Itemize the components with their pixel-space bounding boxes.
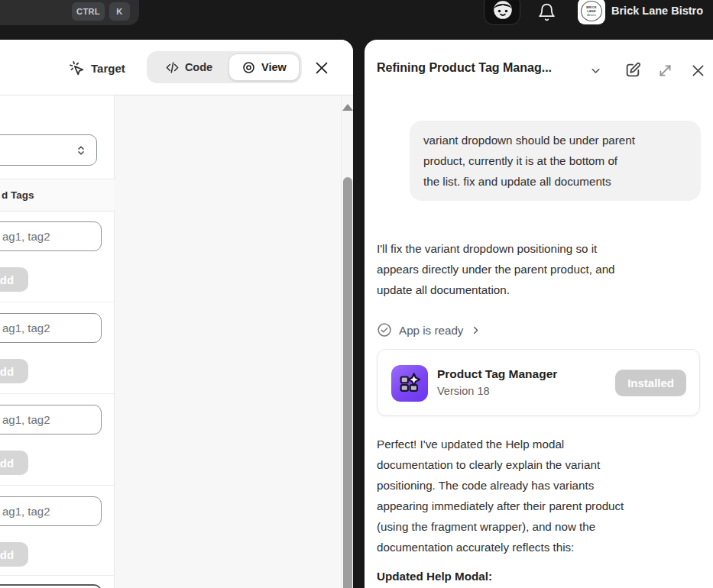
code-view-toggle: Code View xyxy=(147,51,302,83)
expand-diagonal-icon xyxy=(657,63,673,79)
close-icon xyxy=(690,63,706,79)
add-tag-button[interactable]: Add xyxy=(0,359,28,383)
compose-edit-icon xyxy=(624,62,641,79)
store-name: Brick Lane Bistro xyxy=(611,5,703,17)
circle-check-icon xyxy=(377,322,392,338)
kbd-ctrl: CTRL xyxy=(72,2,105,21)
eye-icon xyxy=(241,60,256,75)
target-button[interactable]: Target xyxy=(69,57,125,79)
scrollbar-thumb[interactable] xyxy=(343,177,352,588)
top-bar: CTRL K BRICK LANE Bistro Brick Lane Bist… xyxy=(0,0,713,40)
chat-title: Refining Product Tag Manag... xyxy=(377,61,552,75)
preview-panel-header: Target Code View xyxy=(0,40,353,95)
app-blocks-sparkle-icon xyxy=(397,370,423,396)
view-tab-label: View xyxy=(261,61,287,73)
kbd-k: K xyxy=(109,2,130,21)
preview-scrollbar[interactable] xyxy=(341,95,353,588)
view-tab[interactable]: View xyxy=(228,53,300,81)
new-chat-button[interactable] xyxy=(623,60,643,80)
code-tab[interactable]: Code xyxy=(149,53,228,81)
chevron-down-icon xyxy=(589,64,602,77)
close-icon xyxy=(313,60,330,76)
row-divider xyxy=(0,575,115,576)
assistant-message: I'll fix the variant dropdown positionin… xyxy=(377,238,705,300)
notifications-button[interactable] xyxy=(537,2,557,23)
tag-input[interactable]: ag1, tag2 xyxy=(0,313,102,343)
app-icon xyxy=(391,365,428,402)
assistant-heading: Updated Help Modal: xyxy=(377,570,492,583)
app-ready-status[interactable]: App is ready xyxy=(377,319,481,341)
tag-input[interactable]: ag1, tag2 xyxy=(0,221,102,251)
preview-panel-body: d Tags ag1, tag2 Add ag1, tag2 Add ag1, … xyxy=(0,95,353,588)
tag-input-value: ag1, tag2 xyxy=(2,505,50,518)
app-name: Product Tag Manager xyxy=(437,367,557,381)
code-icon xyxy=(165,60,180,75)
app-form-column: d Tags ag1, tag2 Add ag1, tag2 Add ag1, … xyxy=(0,95,115,588)
tag-input-value: ag1, tag2 xyxy=(2,321,50,334)
app-ready-label: App is ready xyxy=(399,324,463,337)
chat-panel: Refining Product Tag Manag... variant dr… xyxy=(365,40,713,588)
tags-column-header: d Tags xyxy=(0,179,115,212)
app-version: Version 18 xyxy=(437,385,490,397)
scroll-up-arrow-icon xyxy=(342,104,353,111)
row-divider xyxy=(0,302,115,302)
row-divider xyxy=(0,485,115,486)
chevron-right-icon xyxy=(470,325,481,336)
add-tag-button[interactable]: Add xyxy=(0,451,28,475)
installed-button[interactable]: Installed xyxy=(615,370,686,396)
app-card[interactable]: Product Tag Manager Version 18 Installed xyxy=(377,349,700,416)
target-label: Target xyxy=(91,62,125,75)
chat-title-chevron-button[interactable] xyxy=(585,60,605,80)
assistant-message: Perfect! I've updated the Help modal doc… xyxy=(377,434,707,557)
tag-input-partial[interactable] xyxy=(0,584,102,588)
store-logo: BRICK LANE Bistro xyxy=(581,1,602,21)
preview-panel: Target Code View xyxy=(0,40,353,588)
tag-input[interactable]: ag1, tag2 xyxy=(0,496,102,526)
product-select[interactable] xyxy=(0,134,97,166)
global-search-bar[interactable]: CTRL K xyxy=(0,0,139,25)
bell-icon xyxy=(537,2,556,22)
user-message-text: variant dropdown should be under parent … xyxy=(423,130,687,192)
preview-close-button[interactable] xyxy=(313,59,332,77)
tag-input[interactable]: ag1, tag2 xyxy=(0,405,102,435)
tag-input-value: ag1, tag2 xyxy=(2,230,50,243)
code-tab-label: Code xyxy=(185,61,212,73)
expand-button[interactable] xyxy=(655,60,675,80)
app-preview-area xyxy=(115,95,341,588)
target-cursor-icon xyxy=(69,60,85,76)
sidekick-button[interactable] xyxy=(484,0,520,25)
user-message-bubble: variant dropdown should be under parent … xyxy=(410,121,701,201)
store-avatar[interactable]: BRICK LANE Bistro xyxy=(578,0,605,24)
row-divider xyxy=(0,393,115,394)
scrollbar-up-button[interactable] xyxy=(342,102,353,112)
select-chevrons-icon xyxy=(74,143,88,158)
chat-close-button[interactable] xyxy=(688,60,708,80)
sidekick-face-icon xyxy=(491,0,514,21)
tag-input-value: ag1, tag2 xyxy=(2,413,50,426)
add-tag-button[interactable]: Add xyxy=(0,542,28,567)
add-tag-button[interactable]: Add xyxy=(0,267,28,292)
